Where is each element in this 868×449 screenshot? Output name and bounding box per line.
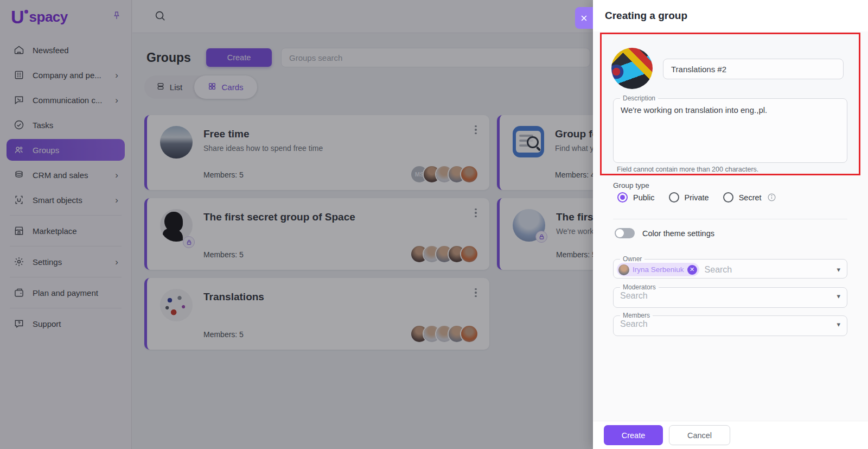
radio-icon (669, 192, 679, 203)
owner-chip[interactable]: Iryna Serbeniuk ✕ (617, 263, 699, 276)
description-field[interactable]: Description We're working on translation… (613, 94, 847, 163)
chip-remove-icon[interactable]: ✕ (687, 265, 697, 275)
panel-header: Creating a group (593, 0, 868, 31)
info-icon[interactable] (767, 193, 776, 202)
members-search-input[interactable] (620, 319, 831, 329)
close-icon[interactable] (575, 7, 593, 29)
app-window: U spacy Newsfeed Company and pe... › Com… (0, 0, 868, 449)
radio-icon (723, 192, 733, 203)
panel-body: Description We're working on translation… (593, 31, 868, 421)
color-theme-label: Color theme settings (642, 229, 714, 238)
cancel-button[interactable]: Cancel (669, 425, 730, 445)
panel-footer: Create Cancel (593, 421, 868, 449)
description-label: Description (620, 94, 658, 102)
moderators-label: Moderators (620, 283, 659, 291)
modal-backdrop[interactable] (0, 0, 593, 449)
chevron-down-icon[interactable]: ▾ (837, 292, 840, 300)
group-type-label: Group type (613, 181, 649, 189)
radio-selected-icon (617, 192, 628, 203)
group-type-options: Public Private Secret (617, 192, 776, 203)
group-avatar-upload[interactable] (611, 48, 653, 89)
chevron-down-icon[interactable]: ▾ (837, 320, 840, 328)
color-theme-row: Color theme settings (615, 228, 714, 238)
radio-secret[interactable]: Secret (723, 192, 762, 203)
description-value[interactable]: We're working on translation into eng.,p… (614, 102, 847, 118)
moderators-search-input[interactable] (620, 291, 831, 301)
members-label: Members (620, 312, 653, 319)
owner-chip-name: Iryna Serbeniuk (633, 265, 684, 274)
members-field: Members ▾ (613, 312, 847, 336)
owner-field: Owner Iryna Serbeniuk ✕ ▾ (613, 255, 847, 279)
owner-label: Owner (620, 255, 644, 263)
moderators-field: Moderators ▾ (613, 283, 847, 308)
radio-private[interactable]: Private (669, 192, 709, 203)
divider (613, 219, 847, 219)
owner-search-input[interactable] (705, 265, 832, 275)
panel-title: Creating a group (605, 10, 687, 22)
radio-label: Secret (739, 193, 762, 202)
color-theme-toggle[interactable] (615, 228, 635, 238)
group-name-input[interactable] (663, 59, 844, 79)
radio-label: Private (685, 193, 709, 202)
radio-public[interactable]: Public (617, 192, 655, 203)
radio-label: Public (633, 193, 655, 202)
description-helper-text: Field cannot contain more than 200 chara… (617, 166, 758, 173)
chevron-down-icon[interactable]: ▾ (837, 265, 840, 274)
create-button[interactable]: Create (604, 425, 663, 445)
avatar (618, 264, 629, 275)
creating-group-panel: Creating a group Description We're worki… (593, 0, 868, 449)
